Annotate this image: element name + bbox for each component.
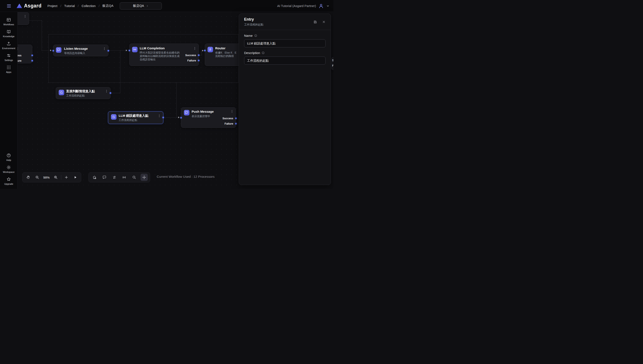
add-icon[interactable] bbox=[63, 174, 70, 181]
port-success[interactable] bbox=[32, 55, 33, 56]
search-icon[interactable] bbox=[130, 174, 138, 181]
kebab-menu-icon[interactable] bbox=[193, 47, 196, 50]
sidebar-label: Help bbox=[6, 159, 11, 162]
kebab-menu-icon[interactable] bbox=[103, 47, 106, 50]
port-success[interactable] bbox=[235, 118, 237, 119]
output-label-success: Success bbox=[185, 54, 196, 57]
upgrade-star-icon bbox=[6, 177, 11, 182]
port-failure[interactable] bbox=[235, 123, 237, 124]
port-output[interactable] bbox=[110, 92, 111, 94]
port-input[interactable] bbox=[204, 50, 206, 51]
port-output[interactable] bbox=[162, 117, 164, 118]
sidebar-item-upgrade[interactable]: Upgrade bbox=[0, 177, 18, 185]
workflow-selector-value: 飯店QA bbox=[133, 4, 144, 8]
up-down-chevron-icon bbox=[146, 4, 149, 8]
breadcrumb-tutorial[interactable]: Tutorial bbox=[64, 4, 75, 8]
sidebar-item-environment[interactable]: Environment bbox=[0, 41, 18, 50]
toolbar-divider bbox=[61, 175, 61, 180]
router-icon bbox=[208, 47, 213, 52]
port-input[interactable] bbox=[180, 117, 182, 118]
sidebar-item-settings[interactable]: Settings bbox=[0, 53, 18, 62]
message-node-icon[interactable] bbox=[101, 174, 108, 181]
edge bbox=[164, 117, 178, 118]
port-failure[interactable] bbox=[32, 60, 33, 62]
node-subtitle: 表示流量控管中 bbox=[192, 114, 210, 118]
name-field-label: Name bbox=[244, 34, 326, 38]
kebab-menu-icon[interactable] bbox=[105, 90, 108, 93]
sidebar-label: Upgrade bbox=[4, 183, 13, 185]
hamburger-menu-icon[interactable] bbox=[6, 4, 12, 8]
node-listen-message[interactable]: Listen Message 等待訊息內容輸入 bbox=[53, 45, 108, 56]
description-input[interactable] bbox=[244, 56, 326, 65]
sidebar: Workflows Knowledge Environment Settings… bbox=[0, 12, 18, 189]
zoom-in-icon[interactable] bbox=[52, 174, 59, 181]
node-title: Push Message bbox=[192, 110, 214, 113]
sidebar-item-apps[interactable]: Apps bbox=[0, 65, 18, 73]
port-input[interactable] bbox=[52, 50, 54, 52]
edge-arrowhead bbox=[50, 50, 52, 51]
kebab-menu-icon[interactable] bbox=[230, 110, 234, 113]
environment-icon bbox=[6, 41, 11, 46]
sidebar-label: Workflows bbox=[4, 23, 14, 26]
breadcrumb-separator: / bbox=[99, 4, 100, 8]
node-direct-entry[interactable]: 直接判斷情境進入點 工作流程的起點 bbox=[56, 87, 110, 99]
name-input[interactable] bbox=[244, 39, 326, 48]
edge-arrowhead bbox=[126, 50, 127, 51]
port-output[interactable] bbox=[108, 50, 109, 52]
breadcrumb-collection[interactable]: Collection bbox=[82, 4, 96, 8]
port-input[interactable] bbox=[129, 50, 130, 51]
sidebar-item-workspace[interactable]: Workspace bbox=[0, 165, 18, 173]
node-title: LLM 錯誤處理進入點 bbox=[119, 114, 148, 118]
node-subtitle-line1: 依據If、Else If、E bbox=[215, 51, 236, 54]
asgard-logo: Asgard bbox=[16, 3, 42, 9]
run-play-icon[interactable] bbox=[72, 174, 79, 181]
pan-hand-icon[interactable] bbox=[25, 174, 32, 181]
node-palette-toolbar bbox=[88, 172, 150, 182]
save-icon[interactable] bbox=[314, 20, 317, 24]
breadcrumb-project[interactable]: Project bbox=[48, 4, 58, 8]
user-avatar-icon[interactable] bbox=[318, 4, 324, 8]
node-partial-right[interactable]: Success Failure bbox=[331, 57, 334, 70]
info-icon[interactable] bbox=[254, 34, 257, 37]
workflow-selector-dropdown[interactable]: 飯店QA bbox=[120, 2, 162, 10]
move-select-icon[interactable] bbox=[140, 174, 148, 181]
port-success[interactable] bbox=[198, 54, 200, 56]
output-label-failure: Failure bbox=[332, 64, 334, 67]
info-icon[interactable] bbox=[262, 51, 265, 54]
help-icon bbox=[6, 153, 11, 158]
chevron-down-icon[interactable] bbox=[326, 4, 330, 8]
close-icon[interactable] bbox=[322, 20, 326, 24]
kebab-menu-icon[interactable] bbox=[158, 114, 161, 118]
router-node-icon[interactable] bbox=[111, 174, 118, 181]
sidebar-item-knowledge[interactable]: Knowledge bbox=[0, 29, 18, 38]
entry-node-icon[interactable] bbox=[91, 174, 98, 181]
node-push-message[interactable]: Push Message 表示流量控管中 Success Failure bbox=[181, 107, 236, 128]
edge-arrowhead bbox=[202, 50, 204, 52]
account-area: AI Tutorial (Asgard Partner) bbox=[277, 4, 330, 8]
zoom-out-icon[interactable] bbox=[34, 174, 41, 181]
inspector-body: Name Description bbox=[239, 30, 331, 72]
kebab-menu-icon[interactable] bbox=[24, 15, 27, 18]
node-subtitle: 呼叫大型語言模型並產生結構化的資料輸出以輔助流程的決策或生成自然語言輸出 bbox=[140, 51, 181, 61]
output-label-success: Success bbox=[222, 117, 233, 120]
asgard-logo-text: Asgard bbox=[24, 3, 42, 9]
node-subtitle: 工作流程的起點 bbox=[119, 118, 137, 122]
node-title: LLM Completion bbox=[140, 46, 164, 50]
apps-grid-icon bbox=[6, 65, 11, 70]
breadcrumb-current[interactable]: 飯店QA bbox=[102, 4, 114, 8]
port-failure[interactable] bbox=[198, 60, 200, 61]
breadcrumb: Project / Tutorial / Collection / 飯店QA bbox=[48, 4, 113, 8]
node-subtitle-line2: 流程執行的路徑 bbox=[215, 54, 234, 58]
sidebar-item-help[interactable]: Help bbox=[0, 153, 18, 162]
node-llm-completion[interactable]: LLM Completion 呼叫大型語言模型並產生結構化的資料輸出以輔助流程的… bbox=[129, 44, 199, 66]
edge bbox=[48, 82, 238, 83]
node-llm-error-entry[interactable]: LLM 錯誤處理進入點 工作流程的起點 bbox=[108, 112, 163, 124]
edge bbox=[48, 34, 238, 34]
sidebar-item-workflows[interactable]: Workflows bbox=[0, 18, 18, 26]
node-title: Listen Message bbox=[64, 47, 88, 50]
llm-node-icon[interactable] bbox=[120, 174, 128, 181]
llm-broadcast-icon bbox=[132, 47, 138, 52]
output-label-failure: Failure bbox=[224, 122, 233, 125]
sidebar-label: Workspace bbox=[3, 171, 15, 173]
edge bbox=[202, 50, 202, 55]
